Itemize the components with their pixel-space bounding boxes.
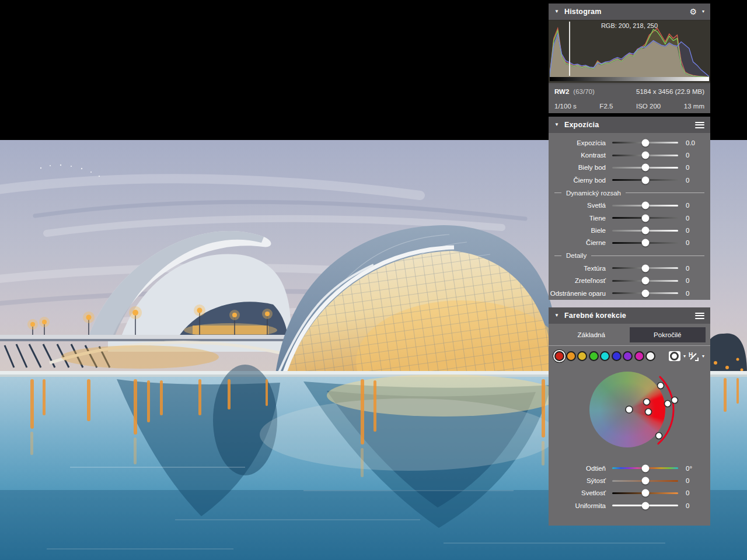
wheel-handle[interactable] bbox=[665, 401, 671, 407]
slider-row-svetlost: Svetlosť0 bbox=[549, 487, 710, 499]
histogram-header: ▼ Histogram ⚙ ▾ bbox=[549, 4, 710, 20]
slider-label: Čierne bbox=[549, 239, 606, 246]
app-window: ▼ Histogram ⚙ ▾ RGB: 200, 218, 250 RW2 (… bbox=[0, 0, 747, 560]
slider-track-textura[interactable] bbox=[612, 267, 678, 269]
collapse-icon[interactable]: ▼ bbox=[554, 9, 559, 14]
slider-value: 0 bbox=[686, 277, 704, 284]
targeted-adjustment-icon[interactable]: H bbox=[689, 352, 699, 361]
slider-value: 0 bbox=[686, 239, 704, 246]
slider-row-biele: Biele0 bbox=[549, 224, 710, 236]
slider-value: 0 bbox=[686, 152, 704, 159]
swatch-orange[interactable] bbox=[566, 351, 576, 361]
slider-label: Odstránenie oparu bbox=[549, 290, 606, 297]
slider-handle[interactable] bbox=[641, 227, 649, 235]
wheel-handle[interactable] bbox=[658, 383, 664, 389]
menu-icon[interactable] bbox=[695, 313, 704, 319]
slider-handle[interactable] bbox=[641, 202, 649, 209]
slider-handle[interactable] bbox=[641, 477, 649, 485]
color-sliders: Odtieň0°Sýtosť0Svetlosť0Uniformita0 bbox=[549, 462, 710, 512]
file-size: 5184 x 3456 (22.9 MB) bbox=[636, 88, 704, 95]
slider-track-cierne[interactable] bbox=[612, 242, 678, 244]
slider-track-uniformita[interactable] bbox=[612, 505, 678, 506]
slider-label: Kontrast bbox=[549, 152, 606, 159]
slider-row-zretelnost: Zreteľnosť0 bbox=[549, 275, 710, 287]
slider-label: Uniformita bbox=[549, 502, 606, 509]
slider-value: 0.0 bbox=[686, 139, 704, 146]
slider-label: Čierny bod bbox=[549, 177, 606, 184]
panel-title: Histogram bbox=[564, 8, 602, 16]
slider-track-kontrast[interactable] bbox=[612, 155, 678, 156]
swatch-red[interactable] bbox=[554, 351, 564, 361]
slider-handle[interactable] bbox=[641, 164, 649, 172]
slider-track-sytost[interactable] bbox=[612, 480, 678, 482]
slider-label: Svetlá bbox=[549, 202, 606, 209]
slider-label: Expozícia bbox=[549, 139, 606, 146]
tab-advanced[interactable]: Pokročilé bbox=[630, 327, 706, 342]
slider-track-biely-bod[interactable] bbox=[612, 167, 678, 169]
slider-value: 0 bbox=[686, 502, 704, 509]
slider-row-kontrast: Kontrast0 bbox=[549, 149, 710, 161]
wheel-handle[interactable] bbox=[656, 433, 662, 439]
slider-track-svetlost[interactable] bbox=[612, 492, 678, 494]
slider-handle[interactable] bbox=[641, 289, 649, 297]
slider-row-biely-bod: Biely bod0 bbox=[549, 162, 710, 174]
slider-handle[interactable] bbox=[641, 152, 649, 159]
slider-track-biele[interactable] bbox=[612, 230, 678, 232]
slider-track-svetla[interactable] bbox=[612, 205, 678, 206]
slider-handle[interactable] bbox=[641, 239, 649, 247]
file-format: RW2 bbox=[554, 88, 569, 95]
gear-icon[interactable]: ⚙ bbox=[689, 8, 697, 16]
color-corrections-panel: ▼ Farebné korekcie Základná Pokročilé ▾ … bbox=[549, 307, 710, 526]
histogram-panel: ▼ Histogram ⚙ ▾ RGB: 200, 218, 250 RW2 (… bbox=[549, 4, 710, 113]
wheel-handle[interactable] bbox=[644, 399, 650, 405]
slider-value: 0 bbox=[686, 489, 704, 496]
slider-label: Zreteľnosť bbox=[549, 277, 606, 284]
color-swatch-row: ▾ H ▾ bbox=[549, 346, 710, 361]
slider-row-cierny-bod: Čierny bod0 bbox=[549, 174, 710, 186]
exif-iso: ISO 200 bbox=[636, 103, 661, 110]
slider-value: 0 bbox=[686, 215, 704, 222]
slider-handle[interactable] bbox=[641, 464, 649, 472]
slider-row-odstranenie-oparu: Odstránenie oparu0 bbox=[549, 287, 710, 299]
menu-icon[interactable] bbox=[695, 122, 704, 128]
slider-handle[interactable] bbox=[641, 176, 649, 184]
slider-row-uniformita: Uniformita0 bbox=[549, 499, 710, 512]
chevron-down-icon[interactable]: ▾ bbox=[702, 354, 704, 359]
wheel-handle[interactable] bbox=[645, 409, 652, 415]
slider-label: Sýtosť bbox=[549, 477, 606, 484]
slider-handle[interactable] bbox=[641, 277, 649, 285]
exif-info-row: 1/100 s F2.5 ISO 200 13 mm bbox=[549, 99, 710, 113]
slider-label: Biely bod bbox=[549, 164, 606, 171]
slider-value: 0 bbox=[686, 202, 704, 209]
slider-row-textura: Textúra0 bbox=[549, 262, 710, 274]
slider-value: 0 bbox=[686, 227, 704, 234]
chevron-down-icon[interactable]: ▾ bbox=[702, 9, 704, 14]
slider-label: Svetlosť bbox=[549, 489, 606, 496]
slider-value: 0 bbox=[686, 290, 704, 297]
slider-track-tiene[interactable] bbox=[612, 217, 678, 219]
slider-handle[interactable] bbox=[641, 489, 649, 497]
slider-value: 0° bbox=[686, 465, 704, 472]
wheel-center-handle[interactable] bbox=[626, 406, 633, 413]
slider-track-odstranenie-oparu[interactable] bbox=[612, 292, 678, 294]
tab-basic[interactable]: Základná bbox=[553, 327, 630, 342]
slider-track-cierny-bod[interactable] bbox=[612, 179, 678, 181]
exposure-panel: ▼ Expozícia Expozícia0.0Kontrast0Biely b… bbox=[549, 117, 710, 300]
slider-track-odtien[interactable] bbox=[612, 467, 678, 469]
chevron-down-icon[interactable]: ▾ bbox=[683, 354, 686, 359]
exposure-header: ▼ Expozícia bbox=[549, 117, 710, 133]
slider-handle[interactable] bbox=[641, 139, 649, 146]
slider-track-expozicia[interactable] bbox=[612, 142, 678, 144]
slider-handle[interactable] bbox=[641, 214, 649, 222]
slider-track-zretelnost[interactable] bbox=[612, 280, 678, 282]
exif-shutter: 1/100 s bbox=[554, 103, 577, 110]
slider-handle[interactable] bbox=[641, 502, 649, 509]
wheel-handle[interactable] bbox=[672, 397, 678, 404]
collapse-icon[interactable]: ▼ bbox=[554, 313, 559, 318]
slider-row-svetla: Svetlá0 bbox=[549, 200, 710, 212]
hue-color-wheel[interactable] bbox=[589, 372, 665, 447]
collapse-icon[interactable]: ▼ bbox=[554, 123, 559, 127]
slider-row-expozicia: Expozícia0.0 bbox=[549, 136, 710, 149]
color-tabs: Základná Pokročilé bbox=[553, 327, 706, 342]
slider-handle[interactable] bbox=[641, 264, 649, 272]
